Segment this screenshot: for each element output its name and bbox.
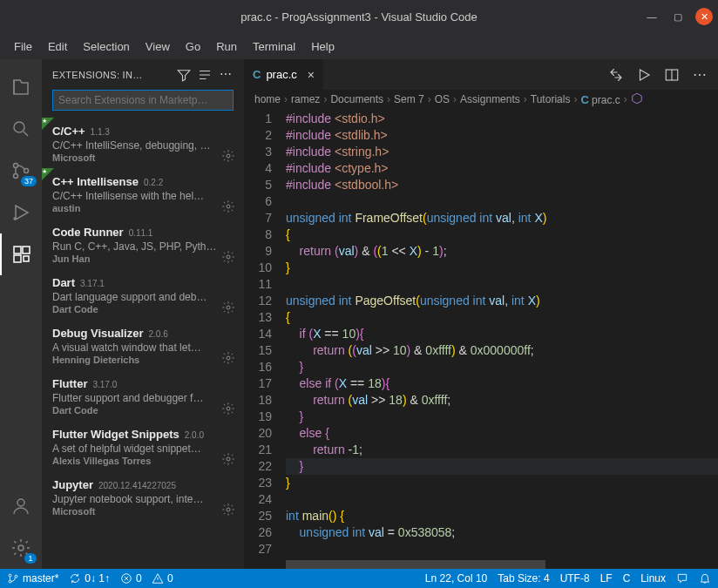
extension-gear-icon[interactable]: [221, 301, 235, 314]
extension-gear-icon[interactable]: [221, 199, 235, 213]
extension-item[interactable]: Dart3.17.1Dart language support and deb……: [42, 269, 244, 320]
eol[interactable]: LF: [600, 572, 613, 585]
breadcrumb-segment[interactable]: OS: [435, 93, 450, 105]
breadcrumb-segment[interactable]: Tutorials: [531, 93, 571, 105]
chevron-right-icon: ›: [453, 93, 457, 105]
extension-search-input[interactable]: [52, 90, 234, 111]
extension-gear-icon[interactable]: [221, 149, 235, 163]
menu-selection[interactable]: Selection: [76, 37, 136, 57]
os-indicator[interactable]: Linux: [640, 572, 666, 585]
extension-publisher: Dart Code: [52, 304, 234, 314]
menu-go[interactable]: Go: [179, 37, 207, 57]
maximize-button[interactable]: ▢: [669, 8, 687, 25]
run-debug-icon[interactable]: [0, 192, 42, 233]
svg-point-11: [227, 154, 230, 158]
extension-name: Jupyter: [52, 478, 93, 491]
compare-icon[interactable]: [608, 67, 624, 83]
breadcrumb[interactable]: home›ramez›Documents›Sem 7›OS›Assignment…: [244, 90, 718, 109]
extension-item[interactable]: Flutter3.17.0Flutter support and debugge…: [42, 370, 244, 421]
extension-publisher: Jun Han: [52, 253, 234, 264]
extension-version: 1.1.3: [91, 127, 110, 137]
extension-item[interactable]: C++ Intellisense0.2.2C/C++ Intellisense …: [42, 168, 244, 219]
chevron-right-icon: ›: [284, 93, 288, 105]
editor-group: C prac.c × ⋯ home›ramez›Documents›Sem 7›…: [244, 59, 718, 569]
breadcrumb-segment[interactable]: Assignments: [460, 93, 520, 105]
more-icon[interactable]: ⋯: [218, 67, 234, 83]
svg-point-0: [14, 122, 24, 132]
tab-bar: C prac.c × ⋯: [244, 59, 718, 90]
run-icon[interactable]: [636, 67, 652, 83]
svg-point-4: [14, 218, 16, 220]
menu-terminal[interactable]: Terminal: [246, 37, 302, 57]
svg-rect-8: [24, 256, 29, 261]
extension-gear-icon[interactable]: [221, 402, 235, 416]
chevron-right-icon: ›: [524, 93, 527, 105]
c-lang-icon: C: [253, 68, 261, 81]
cursor-position[interactable]: Ln 22, Col 10: [425, 572, 487, 585]
breadcrumb-symbol-icon[interactable]: [631, 92, 643, 107]
sidebar: EXTENSIONS: IN… ⋯ C/C++1.1.3C/C++ Intell…: [42, 59, 244, 569]
more-actions-icon[interactable]: ⋯: [692, 67, 708, 83]
explorer-icon[interactable]: [0, 66, 42, 108]
svg-point-22: [15, 575, 17, 578]
encoding[interactable]: UTF-8: [560, 572, 590, 585]
close-button[interactable]: ✕: [695, 8, 713, 25]
minimize-button[interactable]: —: [643, 8, 660, 25]
extension-gear-icon[interactable]: [221, 503, 235, 517]
window-title: prac.c - ProgAssignment3 - Visual Studio…: [240, 10, 477, 24]
extension-name: Debug Visualizer: [52, 327, 144, 340]
problems[interactable]: 0 0: [120, 572, 173, 585]
git-branch[interactable]: master*: [7, 572, 58, 585]
extensions-icon[interactable]: [0, 233, 42, 275]
extension-item[interactable]: Debug Visualizer2.0.6A visual watch wind…: [42, 320, 244, 370]
svg-rect-5: [14, 247, 21, 253]
extension-publisher: Microsoft: [52, 152, 234, 163]
svg-point-13: [227, 255, 230, 259]
menu-edit[interactable]: Edit: [41, 37, 74, 57]
horizontal-scrollbar[interactable]: [286, 560, 718, 569]
extension-item[interactable]: Code Runner0.11.1Run C, C++, Java, JS, P…: [42, 219, 244, 269]
search-icon[interactable]: [0, 108, 42, 150]
breadcrumb-segment[interactable]: Sem 7: [394, 93, 424, 105]
scm-icon[interactable]: 37: [0, 150, 42, 192]
activity-bar: 37 1: [0, 59, 42, 569]
svg-point-15: [227, 356, 230, 360]
settings-badge: 1: [24, 553, 37, 564]
tab-prac-c[interactable]: C prac.c ×: [244, 59, 323, 90]
extension-gear-icon[interactable]: [221, 452, 235, 466]
extension-item[interactable]: C/C++1.1.3C/C++ IntelliSense, debugging,…: [42, 118, 244, 168]
language-mode[interactable]: C: [623, 572, 631, 585]
extension-gear-icon[interactable]: [221, 250, 235, 264]
recommended-star-icon: [42, 168, 54, 180]
svg-point-12: [227, 205, 230, 208]
chevron-right-icon: ›: [387, 93, 390, 105]
scm-badge: 37: [21, 176, 37, 186]
breadcrumb-segment[interactable]: home: [254, 93, 281, 105]
svg-rect-6: [23, 247, 30, 253]
menu-view[interactable]: View: [139, 37, 177, 57]
tab-size[interactable]: Tab Size: 4: [498, 572, 549, 585]
settings-gear-icon[interactable]: 1: [0, 527, 42, 569]
bell-icon[interactable]: [699, 572, 711, 585]
extension-item[interactable]: Flutter Widget Snippets2.0.0A set of hel…: [42, 421, 244, 471]
svg-point-16: [227, 407, 230, 410]
menu-run[interactable]: Run: [209, 37, 244, 57]
tab-close-icon[interactable]: ×: [308, 68, 315, 82]
accounts-icon[interactable]: [0, 485, 42, 527]
menu-file[interactable]: File: [7, 37, 39, 57]
breadcrumb-segment[interactable]: ramez: [291, 93, 320, 105]
extension-gear-icon[interactable]: [221, 351, 235, 365]
breadcrumb-file[interactable]: C prac.c: [580, 93, 620, 106]
extension-item[interactable]: Jupyter2020.12.414227025Jupyter notebook…: [42, 471, 244, 522]
git-sync[interactable]: 0↓ 1↑: [69, 572, 110, 585]
breadcrumb-segment[interactable]: Documents: [330, 93, 383, 105]
clear-icon[interactable]: [197, 67, 213, 83]
filter-icon[interactable]: [176, 67, 192, 83]
sidebar-title: EXTENSIONS: IN…: [52, 70, 171, 80]
feedback-icon[interactable]: [676, 572, 688, 585]
menu-help[interactable]: Help: [304, 37, 342, 57]
split-icon[interactable]: [664, 67, 680, 83]
extension-version: 2.0.6: [149, 329, 168, 339]
extension-description: A set of helpful widget snippet…: [52, 443, 234, 455]
code-editor[interactable]: 1234567891011121314151617181920212223242…: [244, 109, 718, 569]
